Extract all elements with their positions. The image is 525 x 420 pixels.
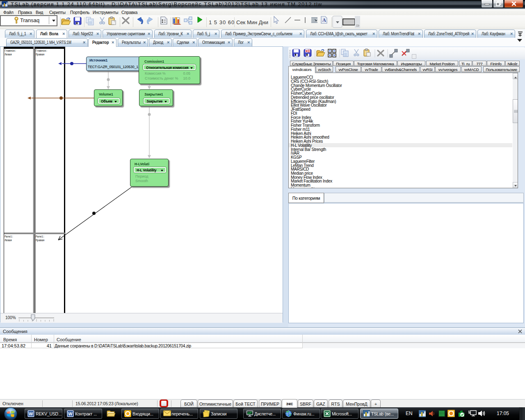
svg-text:W: W (68, 411, 73, 416)
svg-text:W: W (29, 411, 33, 416)
svg-text:A: A (322, 17, 326, 23)
